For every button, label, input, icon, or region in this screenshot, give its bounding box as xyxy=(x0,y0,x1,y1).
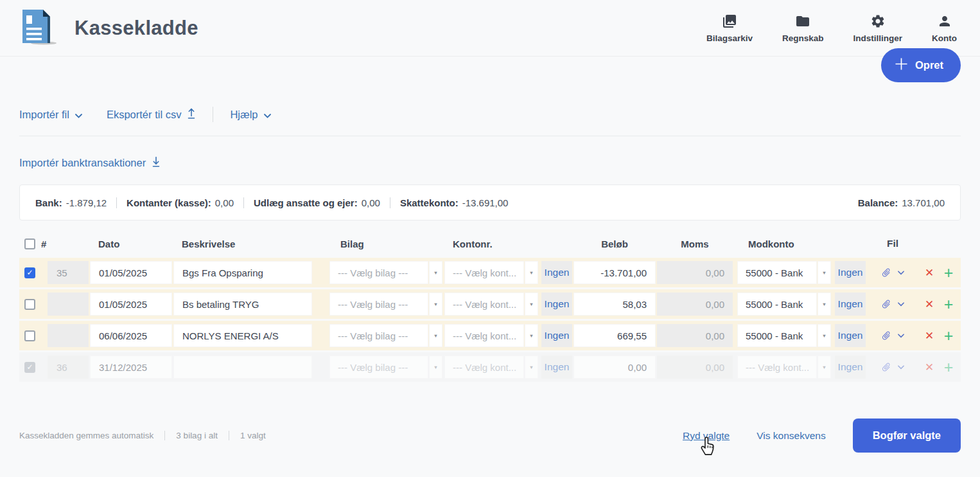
kontonr-select[interactable]: --- Vælg kont... xyxy=(444,261,538,284)
import-file-menu[interactable]: Importér fil xyxy=(19,109,82,121)
kontonr-select-value[interactable]: --- Vælg kont... xyxy=(444,261,524,284)
autosave-status: Kassekladden gemmes automatisk xyxy=(19,431,153,440)
bilag-select[interactable]: --- Vælg bilag --- xyxy=(329,261,442,284)
row-checkbox[interactable] xyxy=(24,267,35,278)
app-header: Kassekladde Bilagsarkiv Regnskab xyxy=(0,0,980,57)
kontonr-select[interactable]: --- Vælg kont... xyxy=(444,324,538,347)
bilag-select-value[interactable]: --- Vælg bilag --- xyxy=(329,261,428,284)
row-checkbox[interactable] xyxy=(24,299,35,310)
description-input[interactable]: Bgs Fra Opsparing xyxy=(173,261,312,284)
vat-link[interactable]: Ingen xyxy=(541,292,572,316)
select-arrow-icon[interactable] xyxy=(525,324,538,347)
header-dato: Dato xyxy=(90,232,172,255)
select-arrow-icon[interactable] xyxy=(818,324,831,347)
header-bilag: Bilag xyxy=(329,232,442,255)
delete-row-icon[interactable] xyxy=(923,298,935,311)
balance-item-value: -1.879,12 xyxy=(66,197,107,208)
nav-regnskab[interactable]: Regnskab xyxy=(782,14,824,43)
photo-library-icon xyxy=(722,14,737,29)
select-arrow-icon[interactable] xyxy=(429,292,442,316)
journal-table: # Dato Beskrivelse Bilag Kontonr. Beløb … xyxy=(19,231,961,382)
post-selected-button[interactable]: Bogfør valgte xyxy=(853,419,961,453)
kontonr-select-value[interactable]: --- Vælg kont... xyxy=(444,324,524,347)
modkonto-select[interactable]: 55000 - Bank xyxy=(737,324,831,347)
kontonr-select[interactable]: --- Vælg kont... xyxy=(444,292,538,316)
modkonto-select-value: --- Vælg kont... xyxy=(737,356,817,379)
select-arrow-icon[interactable] xyxy=(818,261,831,284)
table-row: 36 31/12/2025 --- Vælg bilag --- --- Væl… xyxy=(19,352,961,382)
person-icon xyxy=(937,14,952,29)
bilag-select-value[interactable]: --- Vælg bilag --- xyxy=(329,292,428,316)
export-csv-link[interactable]: Eksportér til csv xyxy=(107,108,196,122)
paperclip-icon[interactable] xyxy=(881,298,891,310)
select-arrow-icon[interactable] xyxy=(818,292,831,316)
table-header-row: # Dato Beskrivelse Bilag Kontonr. Beløb … xyxy=(19,231,961,256)
chevron-down-icon[interactable] xyxy=(898,302,904,307)
show-consequence-link[interactable]: Vis konsekvens xyxy=(757,430,825,442)
date-input[interactable]: 01/05/2025 xyxy=(90,261,172,284)
delete-row-icon[interactable] xyxy=(923,266,935,280)
vat-link[interactable]: Ingen xyxy=(541,324,572,347)
balance-item-label: Udlæg ansatte og ejer: xyxy=(254,197,358,208)
select-arrow-icon[interactable] xyxy=(429,261,442,284)
modkonto-select-value[interactable]: 55000 - Bank xyxy=(737,324,817,347)
toolbar: Importér fil Eksportér til csv Hjælp xyxy=(19,107,961,122)
chevron-down-icon[interactable] xyxy=(898,271,904,275)
description-input xyxy=(173,356,312,379)
select-arrow-icon[interactable] xyxy=(525,261,538,284)
row-checkbox[interactable] xyxy=(24,330,35,341)
add-row-icon[interactable] xyxy=(943,267,954,278)
amount-input[interactable]: 669,55 xyxy=(573,324,656,347)
import-bank-link[interactable]: Importér banktransaktioner xyxy=(19,156,161,170)
paperclip-icon[interactable] xyxy=(881,330,891,341)
delete-row-icon[interactable] xyxy=(923,329,935,343)
nav-konto[interactable]: Konto xyxy=(932,14,957,43)
row-number xyxy=(48,324,89,347)
nav-bilagsarkiv[interactable]: Bilagsarkiv xyxy=(706,14,753,43)
bilag-select[interactable]: --- Vælg bilag --- xyxy=(329,292,442,316)
amount-input: 0,00 xyxy=(573,356,656,379)
modkonto-select-value[interactable]: 55000 - Bank xyxy=(737,261,817,284)
header-num: # xyxy=(41,232,89,255)
description-input[interactable]: NORLYS ENERGI A/S xyxy=(173,324,312,347)
select-arrow-icon[interactable] xyxy=(429,324,442,347)
bilag-select[interactable]: --- Vælg bilag --- xyxy=(329,324,442,347)
chevron-down-icon[interactable] xyxy=(898,334,904,338)
nav-indstillinger[interactable]: Indstillinger xyxy=(853,14,903,43)
date-input[interactable]: 06/06/2025 xyxy=(90,324,172,347)
select-all-checkbox[interactable] xyxy=(24,239,35,249)
help-menu[interactable]: Hjælp xyxy=(230,109,270,121)
select-arrow-icon[interactable] xyxy=(525,292,538,316)
modkonto-select: --- Vælg kont... xyxy=(737,356,831,379)
modkonto-select-value[interactable]: 55000 - Bank xyxy=(737,292,817,316)
add-row-icon[interactable] xyxy=(943,330,954,341)
table-row: 06/06/2025 NORLYS ENERGI A/S --- Vælg bi… xyxy=(19,321,961,350)
kontonr-select-value[interactable]: --- Vælg kont... xyxy=(444,292,524,316)
select-arrow-icon xyxy=(525,356,538,379)
balance-accounts: Bank: -1.879,12 Kontanter (kasse): 0,00 … xyxy=(35,197,508,208)
divider xyxy=(164,431,165,440)
balance-total-label: Balance: xyxy=(858,197,898,208)
amount-input[interactable]: 58,03 xyxy=(573,292,656,316)
description-input[interactable]: Bs betaling TRYG xyxy=(173,292,312,316)
vat-link[interactable]: Ingen xyxy=(541,261,572,284)
row-checkbox xyxy=(24,362,35,373)
amount-input[interactable]: -13.701,00 xyxy=(573,261,656,284)
fil-link[interactable]: Ingen xyxy=(835,324,866,347)
header-fil: Fil xyxy=(875,238,911,249)
bilag-select-value[interactable]: --- Vælg bilag --- xyxy=(329,324,428,347)
modkonto-select[interactable]: 55000 - Bank xyxy=(737,261,831,284)
create-button[interactable]: Opret xyxy=(881,48,961,82)
gear-icon xyxy=(870,14,886,29)
modkonto-select[interactable]: 55000 - Bank xyxy=(737,292,831,316)
upload-icon xyxy=(187,108,196,122)
fil-link[interactable]: Ingen xyxy=(835,292,866,316)
add-row-icon[interactable] xyxy=(943,298,954,310)
header-beskrivelse: Beskrivelse xyxy=(173,232,312,255)
clear-selected-link[interactable]: Ryd valgte xyxy=(683,430,730,442)
balance-item-value: 0,00 xyxy=(215,197,234,208)
paperclip-icon[interactable] xyxy=(881,267,891,278)
fil-link[interactable]: Ingen xyxy=(835,261,866,284)
date-input[interactable]: 01/05/2025 xyxy=(90,292,172,316)
toolbar-divider xyxy=(213,107,213,122)
